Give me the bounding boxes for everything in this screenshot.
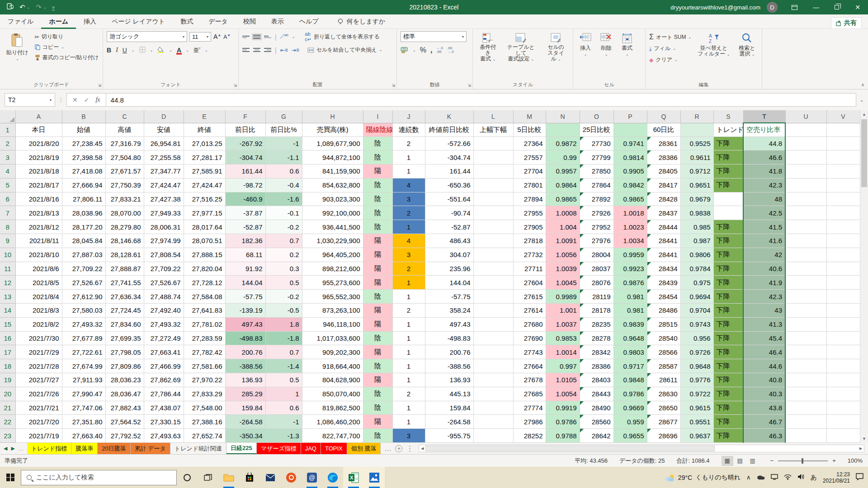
horizontal-scroll-thumb[interactable] — [425, 446, 715, 451]
cell-H6[interactable]: 903,023,300 — [302, 192, 363, 206]
cell-T21[interactable]: 43.8 — [743, 401, 785, 415]
column-header-E[interactable]: E — [184, 110, 225, 123]
cell-V22[interactable] — [826, 415, 860, 429]
cell-K1[interactable]: 終値前日比較 — [425, 123, 473, 136]
cell-Q17[interactable]: 28566 — [647, 345, 680, 359]
cell-A14[interactable]: 2021/8/3 — [15, 304, 62, 318]
cell-L2[interactable] — [473, 136, 513, 150]
cell-M3[interactable]: 27557 — [513, 150, 546, 164]
cell-F21[interactable]: 159.84 — [225, 401, 265, 415]
cell-K17[interactable]: 200.76 — [425, 345, 473, 359]
cell-C9[interactable]: 28,146.68 — [105, 234, 144, 248]
orientation-button[interactable]: ⟋ab — [280, 33, 288, 40]
sheet-tab-JAQ[interactable]: JAQ — [301, 443, 321, 454]
middle-align-button[interactable] — [253, 35, 260, 39]
cell-P13[interactable]: 0.981 — [613, 290, 647, 304]
cell-E5[interactable]: 27,424.47 — [184, 178, 225, 192]
cell-O5[interactable]: 27864 — [580, 178, 613, 192]
row-number[interactable]: 8 — [0, 220, 15, 234]
top-align-button[interactable] — [242, 36, 250, 38]
cell-D14[interactable]: 27,492.40 — [144, 304, 184, 318]
cell-R6[interactable]: 0.9679 — [680, 192, 713, 206]
cell-G4[interactable]: 0.6 — [265, 164, 302, 178]
column-header-I[interactable]: I — [363, 110, 392, 123]
cell-G11[interactable]: 0.3 — [265, 262, 302, 276]
cell-J20[interactable]: 2 — [392, 387, 425, 401]
cell-T11[interactable]: 40.6 — [743, 262, 785, 276]
cell-K10[interactable]: 304.07 — [425, 248, 473, 262]
column-header-V[interactable]: V — [826, 110, 860, 123]
cell-B11[interactable]: 27,709.22 — [62, 262, 105, 276]
cell-I17[interactable]: 陽 — [363, 345, 392, 359]
cell-A15[interactable]: 2021/8/2 — [15, 317, 62, 331]
cell-T13[interactable]: 42.3 — [743, 290, 785, 304]
cell-D7[interactable]: 27,949.33 — [144, 206, 184, 220]
cell-U17[interactable] — [785, 345, 826, 359]
cell-G15[interactable]: 1.8 — [265, 317, 302, 331]
cell-D2[interactable]: 26,954.81 — [144, 136, 184, 150]
cell-S1[interactable]: トレンド — [713, 123, 743, 136]
cell-O22[interactable]: 28560 — [580, 415, 613, 429]
cell-Q20[interactable]: 28630 — [647, 387, 680, 401]
cell-L4[interactable] — [473, 164, 513, 178]
column-header-D[interactable]: D — [144, 110, 184, 123]
account-avatar[interactable]: D — [767, 2, 778, 13]
cell-Q16[interactable]: 28540 — [647, 331, 680, 345]
cell-P10[interactable]: 0.9959 — [613, 248, 647, 262]
cell-U21[interactable] — [785, 401, 826, 415]
find-select-button[interactable]: 検索と選択 ⌄ — [736, 31, 758, 82]
cell-T23[interactable]: 46.3 — [743, 429, 785, 443]
ribbon-tab-数式[interactable]: 数式 — [173, 14, 201, 29]
ribbon-tab-挿入[interactable]: 挿入 — [76, 14, 104, 29]
cell-L15[interactable] — [473, 317, 513, 331]
cell-V6[interactable] — [826, 192, 860, 206]
sheet-tab-TOPIX[interactable]: TOPIX — [321, 443, 347, 454]
clipboard-dialog-launcher[interactable]: ⇲ — [98, 83, 101, 88]
orange-app-button[interactable] — [281, 467, 302, 488]
sheet-tab-トレンド統計関連[interactable]: トレンド統計関連 — [170, 443, 226, 454]
cell-I14[interactable]: 陽 — [363, 304, 392, 318]
prev-sheet-icon[interactable]: ◀ — [4, 446, 7, 451]
cell-H2[interactable]: 1,089,677,900 — [302, 136, 363, 150]
cell-I6[interactable]: 陰 — [363, 192, 392, 206]
cell-B9[interactable]: 28,045.84 — [62, 234, 105, 248]
cell-R4[interactable]: 0.9712 — [680, 164, 713, 178]
cell-M5[interactable]: 27801 — [513, 178, 546, 192]
cell-T8[interactable]: 41.5 — [743, 220, 785, 234]
cell-S9[interactable]: 下降 — [713, 234, 743, 248]
cell-S16[interactable]: 下降 — [713, 331, 743, 345]
sort-filter-button[interactable]: AZ 並べ替えとフィルター ⌄ — [695, 31, 732, 82]
cell-T3[interactable]: 46.6 — [743, 150, 785, 164]
cell-K7[interactable]: -90.74 — [425, 206, 473, 220]
expand-formula-bar-icon[interactable]: ⌄ — [856, 97, 867, 103]
cell-L6[interactable] — [473, 192, 513, 206]
cell-F1[interactable]: 前日比 — [225, 123, 265, 136]
cell-I13[interactable]: 陰 — [363, 290, 392, 304]
cell-M7[interactable]: 27955 — [513, 206, 546, 220]
cell-B22[interactable]: 27,351.80 — [62, 415, 105, 429]
cell-N17[interactable]: 1.0014 — [546, 345, 580, 359]
cell-N8[interactable]: 1.004 — [546, 220, 580, 234]
cell-N15[interactable]: 1.0037 — [546, 317, 580, 331]
show-hidden-icons-button[interactable]: ∧ — [746, 474, 751, 481]
fill-button[interactable]: ⤓フィル⌄ — [649, 45, 691, 52]
cell-R10[interactable]: 0.9806 — [680, 248, 713, 262]
row-number[interactable]: 3 — [0, 150, 15, 164]
font-dialog-launcher[interactable]: ⇲ — [233, 83, 237, 88]
cell-N14[interactable]: 1.001 — [546, 304, 580, 318]
cell-Q2[interactable]: 28361 — [647, 136, 680, 150]
cell-F7[interactable]: -37.87 — [225, 206, 265, 220]
cell-H3[interactable]: 944,872,100 — [302, 150, 363, 164]
cell-J13[interactable]: 1 — [392, 290, 425, 304]
underline-button[interactable]: U — [123, 47, 127, 54]
cell-J4[interactable]: 1 — [392, 164, 425, 178]
cell-K20[interactable]: 445.13 — [425, 387, 473, 401]
cell-P7[interactable]: 1.0018 — [613, 206, 647, 220]
cell-N6[interactable]: 0.9865 — [546, 192, 580, 206]
cell-C3[interactable]: 27,504.80 — [105, 150, 144, 164]
cell-Q21[interactable]: 28650 — [647, 401, 680, 415]
row-number[interactable]: 6 — [0, 192, 15, 206]
cell-A7[interactable]: 2021/8/13 — [15, 206, 62, 220]
row-number[interactable]: 10 — [0, 248, 15, 262]
cell-F2[interactable]: -267.92 — [225, 136, 265, 150]
